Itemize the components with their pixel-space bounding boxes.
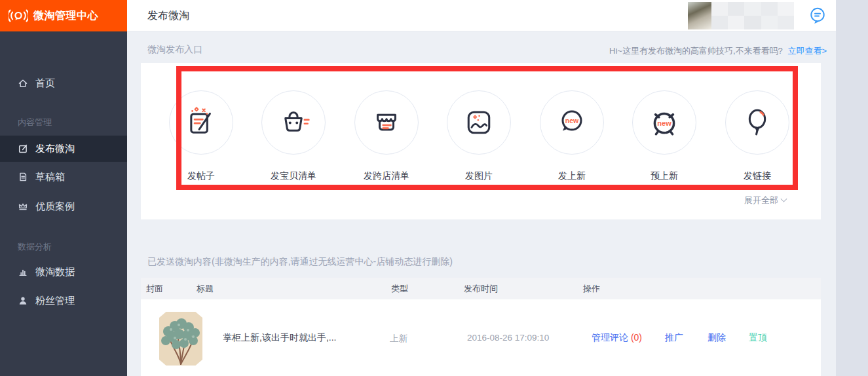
user-icon bbox=[18, 295, 28, 306]
table-row: 掌柜上新,该出手时就出手,... 上新 2016-08-26 17:09:10 … bbox=[141, 299, 821, 376]
promote-link[interactable]: 推广 bbox=[665, 332, 683, 344]
col-ops: 操作 bbox=[583, 278, 600, 299]
sidebar-item-drafts[interactable]: 草稿箱 bbox=[0, 164, 127, 190]
col-title: 标题 bbox=[197, 278, 214, 299]
post-pen-icon bbox=[183, 104, 219, 141]
balloon-icon bbox=[739, 104, 776, 141]
comments-count: (0) bbox=[631, 332, 642, 343]
expand-all-button[interactable]: 展开全部 bbox=[744, 195, 786, 206]
flower-photo bbox=[159, 312, 202, 366]
alarm-clock-icon: new bbox=[646, 104, 683, 141]
crown-icon bbox=[18, 201, 28, 212]
row-time: 2016-08-26 17:09:10 bbox=[467, 333, 549, 343]
new-bubble-icon: new bbox=[554, 104, 590, 141]
avatar bbox=[688, 2, 711, 29]
sidebar-item-label: 粉丝管理 bbox=[35, 295, 75, 307]
svg-text:new: new bbox=[657, 119, 671, 127]
brand-title: 微淘管理中心 bbox=[33, 9, 98, 23]
edit-icon bbox=[18, 143, 28, 154]
entry-label: 发宝贝清单 bbox=[248, 170, 339, 182]
sidebar-item-data[interactable]: 微淘数据 bbox=[0, 259, 127, 285]
promo-banner: Hi~这里有发布微淘的高富帅技巧,不来看看吗? 立即查看> bbox=[609, 45, 827, 57]
delete-link[interactable]: 删除 bbox=[708, 332, 726, 344]
brand-logo[interactable]: 微淘管理中心 bbox=[0, 0, 127, 31]
entry-label: 发帖子 bbox=[155, 170, 247, 182]
home-icon bbox=[18, 78, 28, 88]
pin-top-link[interactable]: 置顶 bbox=[749, 332, 767, 344]
col-type: 类型 bbox=[391, 278, 408, 299]
entry-pre-new[interactable]: new 预上新 bbox=[618, 90, 710, 182]
sidebar-section-content: 内容管理 bbox=[18, 117, 52, 128]
row-type: 上新 bbox=[390, 333, 407, 345]
cover-thumbnail[interactable] bbox=[159, 312, 202, 366]
sidebar-item-cases[interactable]: 优质案例 bbox=[0, 193, 127, 219]
sidebar-item-label: 草稿箱 bbox=[35, 171, 65, 183]
publish-panel-title: 微淘发布入口 bbox=[147, 44, 202, 56]
message-button[interactable] bbox=[808, 7, 827, 25]
entry-label: 发上新 bbox=[526, 170, 618, 182]
top-header: 发布微淘 bbox=[127, 0, 868, 31]
table-header: 封面 标题 类型 发布时间 操作 bbox=[141, 278, 821, 299]
sidebar-item-publish[interactable]: 发布微淘 bbox=[0, 136, 127, 162]
manage-comments-link[interactable]: 管理评论 (0) bbox=[592, 332, 642, 344]
entry-link[interactable]: 发链接 bbox=[711, 90, 803, 182]
shopping-bag-icon bbox=[275, 104, 312, 141]
entry-label: 发跨店清单 bbox=[341, 170, 432, 182]
row-title: 掌柜上新,该出手时就出手,... bbox=[223, 332, 336, 344]
entry-label: 发图片 bbox=[433, 170, 525, 182]
bar-chart-icon bbox=[18, 267, 28, 277]
sidebar: 微淘管理中心 首页 内容管理 发布微淘 草稿箱 优质案例 bbox=[0, 0, 127, 376]
col-cover: 封面 bbox=[146, 278, 163, 299]
app-window: 微淘管理中心 首页 内容管理 发布微淘 草稿箱 优质案例 bbox=[0, 0, 868, 376]
entry-new-arrival[interactable]: new 发上新 bbox=[526, 90, 618, 182]
draft-icon bbox=[18, 172, 28, 182]
entry-label: 发链接 bbox=[711, 170, 803, 182]
sidebar-item-label: 微淘数据 bbox=[35, 266, 75, 278]
broadcast-icon bbox=[9, 7, 28, 24]
sidebar-item-home[interactable]: 首页 bbox=[0, 70, 127, 96]
page-title: 发布微淘 bbox=[147, 0, 189, 31]
entry-image[interactable]: 发图片 bbox=[433, 90, 525, 182]
sidebar-item-label: 优质案例 bbox=[35, 200, 75, 213]
chat-bubble-icon bbox=[808, 7, 827, 25]
publish-entries-card: 发帖子 发宝贝清单 发跨店清 bbox=[141, 63, 821, 219]
promo-text: Hi~这里有发布微淘的高富帅技巧,不来看看吗? bbox=[609, 46, 783, 56]
sidebar-section-analytics: 数据分析 bbox=[18, 241, 52, 253]
entry-cross-store-list[interactable]: 发跨店清单 bbox=[341, 90, 432, 182]
sidebar-item-label: 首页 bbox=[35, 77, 55, 90]
sent-content-card: 封面 标题 类型 发布时间 操作 bbox=[141, 278, 821, 376]
storefront-icon bbox=[368, 104, 405, 141]
picture-icon bbox=[461, 104, 497, 141]
svg-text:new: new bbox=[565, 117, 579, 124]
sidebar-item-fans[interactable]: 粉丝管理 bbox=[0, 288, 127, 314]
col-time: 发布时间 bbox=[464, 278, 498, 299]
promo-link[interactable]: 立即查看> bbox=[787, 46, 827, 56]
sidebar-item-label: 发布微淘 bbox=[35, 143, 75, 155]
user-account-redacted bbox=[688, 2, 794, 29]
entry-post[interactable]: 发帖子 bbox=[155, 90, 247, 182]
entry-item-list[interactable]: 发宝贝清单 bbox=[248, 90, 339, 182]
chevron-down-icon bbox=[781, 196, 787, 202]
sent-panel-title: 已发送微淘内容(非微淘生产的内容,请通过无线运营中心-店铺动态进行删除) bbox=[147, 256, 453, 268]
right-side-strip bbox=[836, 0, 868, 376]
entry-label: 预上新 bbox=[618, 170, 710, 182]
